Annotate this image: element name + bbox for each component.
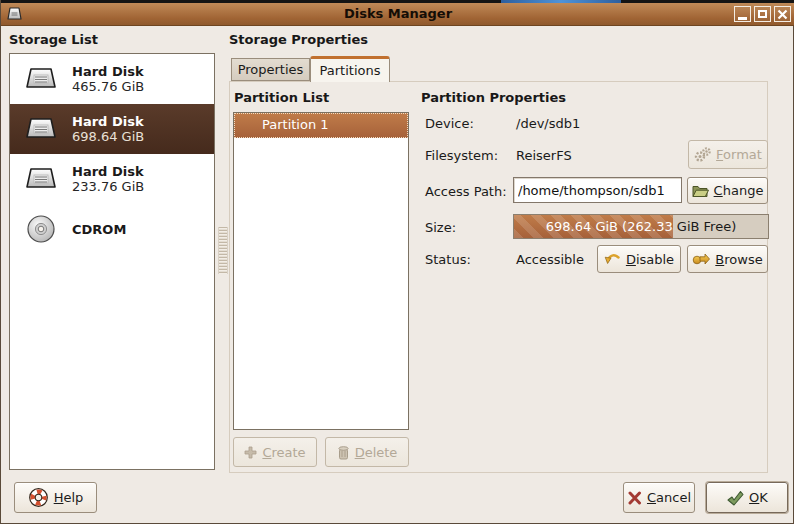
window-title: Disks Manager bbox=[1, 6, 794, 21]
storage-item-name: CDROM bbox=[72, 222, 126, 237]
change-button-label: Change bbox=[714, 183, 764, 198]
ok-button-label: OK bbox=[749, 490, 768, 505]
storage-item-size: 698.64 GiB bbox=[72, 129, 144, 144]
disable-button[interactable]: Disable bbox=[597, 245, 681, 273]
storage-item-name: Hard Disk bbox=[72, 164, 144, 179]
filesystem-value: ReiserFS bbox=[516, 148, 572, 163]
life-ring-icon bbox=[28, 487, 49, 508]
tab-partitions-label: Partitions bbox=[320, 63, 381, 78]
storage-item-hard-disk-1[interactable]: Hard Disk 465.76 GiB bbox=[10, 54, 214, 104]
tab-properties-label: Properties bbox=[238, 62, 304, 77]
create-button[interactable]: Create bbox=[233, 437, 317, 467]
format-button[interactable]: Format bbox=[688, 140, 768, 169]
storage-list: Hard Disk 465.76 GiB Hard Disk 698.64 Gi… bbox=[9, 53, 215, 470]
close-icon bbox=[777, 9, 788, 20]
close-button[interactable] bbox=[774, 6, 791, 22]
tab-partitions[interactable]: Partitions bbox=[310, 56, 390, 82]
minimize-button[interactable] bbox=[734, 6, 751, 22]
filesystem-label: Filesystem: bbox=[425, 148, 498, 163]
storage-item-name: Hard Disk bbox=[72, 114, 144, 129]
disable-button-label: Disable bbox=[626, 252, 674, 267]
help-button[interactable]: Help bbox=[14, 482, 97, 513]
delete-button-label: Delete bbox=[355, 445, 398, 460]
hard-disk-icon bbox=[10, 116, 72, 142]
storage-list-header: Storage List bbox=[9, 32, 98, 47]
hard-disk-icon bbox=[10, 66, 72, 92]
help-button-label: Help bbox=[54, 490, 84, 505]
storage-item-size: 233.76 GiB bbox=[72, 179, 144, 194]
status-label: Status: bbox=[425, 252, 471, 267]
cancel-button[interactable]: Cancel bbox=[623, 482, 695, 513]
hard-disk-icon bbox=[10, 166, 72, 192]
partition-list-header: Partition List bbox=[234, 90, 329, 105]
pane-splitter-handle[interactable] bbox=[218, 227, 228, 274]
device-label: Device: bbox=[425, 116, 474, 131]
ok-button[interactable]: OK bbox=[706, 482, 788, 513]
maximize-button[interactable] bbox=[754, 6, 771, 22]
size-progress-fill: 698.64 GiB (262.33 GiB Free) bbox=[514, 215, 673, 238]
size-label: Size: bbox=[425, 220, 456, 235]
status-value: Accessible bbox=[516, 252, 584, 267]
minimize-icon bbox=[738, 17, 747, 20]
red-x-icon bbox=[627, 491, 642, 505]
cdrom-icon bbox=[10, 213, 72, 245]
open-folder-icon bbox=[692, 184, 709, 197]
storage-item-cdrom[interactable]: CDROM bbox=[10, 204, 214, 254]
partition-properties-header: Partition Properties bbox=[421, 90, 566, 105]
partition-list-item-selected[interactable]: Partition 1 bbox=[234, 113, 408, 138]
cancel-button-label: Cancel bbox=[647, 490, 691, 505]
gears-icon bbox=[694, 147, 711, 162]
create-button-label: Create bbox=[262, 445, 305, 460]
storage-properties-header: Storage Properties bbox=[229, 32, 368, 47]
device-value: /dev/sdb1 bbox=[516, 116, 580, 131]
delete-button[interactable]: Delete bbox=[325, 437, 409, 467]
format-button-label: Format bbox=[716, 147, 762, 162]
trash-icon bbox=[337, 445, 350, 460]
partition-list: Partition 1 bbox=[233, 112, 409, 430]
storage-item-hard-disk-2-selected[interactable]: Hard Disk 698.64 GiB bbox=[10, 104, 214, 154]
storage-item-size: 465.76 GiB bbox=[72, 79, 144, 94]
storage-item-name: Hard Disk bbox=[72, 64, 144, 79]
access-path-input[interactable] bbox=[513, 177, 682, 203]
change-button[interactable]: Change bbox=[687, 177, 768, 204]
browse-button-label: Browse bbox=[715, 252, 762, 267]
storage-item-hard-disk-3[interactable]: Hard Disk 233.76 GiB bbox=[10, 154, 214, 204]
disks-manager-window: Disks Manager Storage List Storage Prope… bbox=[0, 0, 794, 524]
browse-button[interactable]: Browse bbox=[687, 245, 768, 273]
jump-arrow-icon bbox=[692, 252, 710, 266]
maximize-icon bbox=[758, 10, 767, 18]
tab-properties[interactable]: Properties bbox=[231, 58, 310, 81]
titlebar[interactable]: Disks Manager bbox=[1, 3, 794, 26]
green-check-icon bbox=[726, 490, 744, 506]
plus-icon bbox=[244, 446, 257, 459]
access-path-label: Access Path: bbox=[425, 184, 507, 199]
size-progress-bar: 698.64 GiB (262.33 GiB Free) 698.64 GiB … bbox=[513, 214, 769, 239]
undo-arrow-icon bbox=[604, 252, 621, 266]
